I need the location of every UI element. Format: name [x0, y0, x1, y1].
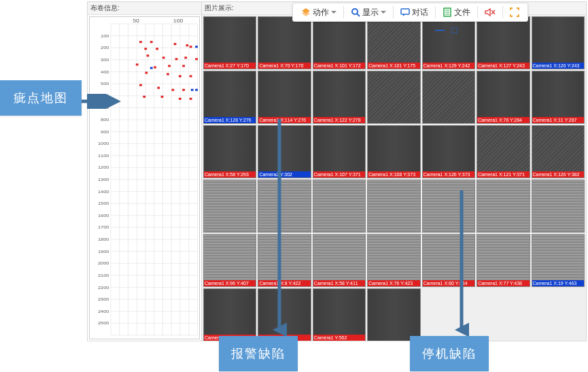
- thumbnail-caption: Camera1 X:27 Y:170: [204, 63, 256, 69]
- display-menu[interactable]: 显示: [347, 5, 390, 20]
- arrow-down-icon: [272, 119, 287, 337]
- defect-point[interactable]: [171, 89, 174, 91]
- thumbnail-texture: [532, 235, 584, 286]
- thumbnail-caption: Camera1 X:11 Y:287: [532, 117, 584, 123]
- defect-thumbnail[interactable]: Camera1 X:114 Y:276: [258, 71, 311, 124]
- defect-point[interactable]: [190, 46, 192, 48]
- defect-map-title: 布卷信息:: [88, 2, 201, 15]
- defect-point[interactable]: [190, 75, 192, 78]
- defect-thumbnail[interactable]: Camera1 Y:502: [313, 288, 366, 341]
- maximize-button[interactable]: □: [451, 24, 457, 35]
- thumbnail-texture: [368, 126, 419, 177]
- defect-thumbnail[interactable]: Camera1 X:76 Y:284: [477, 71, 530, 124]
- action-menu[interactable]: 动作: [297, 5, 341, 20]
- defect-thumbnail[interactable]: Camera1 X:29 Y:484: [203, 288, 256, 341]
- defect-thumbnail[interactable]: Camera1 X:96 Y:407: [203, 234, 256, 287]
- defect-point[interactable]: [162, 56, 165, 58]
- defect-thumbnail[interactable]: Camera1 X:58 Y:411: [313, 234, 366, 287]
- y-tick-label: 1600: [98, 214, 109, 218]
- action-label: 动作: [313, 7, 329, 18]
- defect-thumbnail[interactable]: [422, 71, 475, 124]
- thumbnail-caption: Camera1 X:122 Y:278: [313, 117, 365, 123]
- defect-thumbnail[interactable]: [367, 180, 420, 233]
- defect-map[interactable]: 50100 1002003004005006007008009001000110…: [89, 16, 200, 339]
- defect-thumbnail[interactable]: Camera1 X:101 Y:172: [313, 16, 366, 69]
- defect-thumbnail[interactable]: [532, 180, 585, 233]
- defect-thumbnail[interactable]: [313, 180, 366, 233]
- defect-point[interactable]: [182, 65, 185, 67]
- defect-thumbnail[interactable]: Camera1 X:58 Y:293: [203, 125, 256, 178]
- dialog-menu[interactable]: 对话: [396, 5, 432, 20]
- defect-thumbnail[interactable]: [367, 288, 420, 341]
- defect-point[interactable]: [175, 58, 178, 60]
- file-menu[interactable]: 文件: [438, 5, 474, 20]
- defect-point[interactable]: [191, 89, 194, 91]
- thumbnail-caption: Camera1 X:76 Y:423: [368, 280, 419, 286]
- defect-point[interactable]: [195, 46, 198, 48]
- defect-thumbnail[interactable]: Camera1 X:101 Y:175: [367, 16, 420, 69]
- defect-thumbnail[interactable]: Camera1 X:122 Y:278: [313, 71, 366, 124]
- defect-thumbnail[interactable]: Camera1 X:128 Y:276: [203, 71, 256, 124]
- defect-point[interactable]: [157, 87, 160, 89]
- defect-thumbnail[interactable]: Camera1 X:126 Y:382: [532, 125, 585, 178]
- mute-button[interactable]: [481, 6, 500, 18]
- defect-point[interactable]: [179, 75, 181, 78]
- defect-point[interactable]: [195, 58, 198, 60]
- defect-point[interactable]: [154, 66, 156, 68]
- thumbnail-caption: Camera1 X:128 Y:276: [204, 117, 256, 123]
- defect-point[interactable]: [145, 72, 148, 74]
- thumbnail-caption: Camera1 X:126 Y:382: [532, 171, 584, 177]
- defect-thumbnail[interactable]: Camera1 X:19 Y:463: [532, 234, 585, 287]
- thumbnail-texture: [532, 71, 584, 123]
- defect-point[interactable]: [168, 65, 171, 67]
- defect-point[interactable]: [143, 96, 145, 98]
- defect-thumbnail[interactable]: Camera1 X:107 Y:371: [313, 125, 366, 178]
- defect-point[interactable]: [184, 56, 187, 58]
- defect-point[interactable]: [136, 63, 139, 65]
- defect-point[interactable]: [182, 89, 185, 91]
- defect-thumbnail[interactable]: Camera1 X:126 Y:373: [422, 125, 475, 178]
- fullscreen-button[interactable]: [506, 6, 523, 18]
- defect-thumbnail[interactable]: Camera1 X:127 Y:243: [477, 16, 530, 69]
- svg-marker-39: [302, 11, 310, 16]
- defect-thumbnail[interactable]: Camera1 X:11 Y:287: [532, 71, 585, 124]
- y-tick-label: 400: [101, 69, 109, 73]
- thumbnail-texture: [313, 180, 365, 232]
- defect-point[interactable]: [156, 48, 158, 50]
- defect-thumbnail[interactable]: Camera1 X:126 Y:243: [532, 16, 585, 69]
- defect-point[interactable]: [174, 43, 177, 45]
- defect-point[interactable]: [161, 96, 164, 98]
- file-label: 文件: [454, 7, 470, 18]
- defect-point[interactable]: [150, 67, 153, 69]
- defect-thumbnail[interactable]: [477, 180, 530, 233]
- defect-point[interactable]: [150, 41, 153, 43]
- defect-thumbnail[interactable]: [367, 71, 420, 124]
- thumbnail-texture: [532, 180, 584, 232]
- minimize-button[interactable]: —: [435, 24, 445, 35]
- defect-map-svg: 50100 1002003004005006007008009001000110…: [90, 17, 199, 339]
- defect-point[interactable]: [139, 84, 142, 86]
- svg-rect-42: [401, 9, 409, 14]
- defect-point[interactable]: [167, 73, 169, 75]
- defect-point[interactable]: [190, 98, 192, 100]
- defect-thumbnail[interactable]: Camera1 X:108 Y:373: [367, 125, 420, 178]
- y-tick-label: 900: [101, 129, 109, 133]
- y-tick-label: 200: [101, 46, 109, 50]
- defect-map-panel: 布卷信息: 50100 1002003004005006007008009001…: [88, 2, 202, 341]
- defect-thumbnail[interactable]: Camera1 X:70 Y:170: [258, 16, 311, 69]
- defect-point[interactable]: [186, 44, 188, 46]
- defect-point[interactable]: [144, 48, 147, 50]
- thumbnail-texture: [313, 235, 365, 286]
- defect-thumbnail[interactable]: Camera1 X:121 Y:371: [477, 125, 530, 178]
- defect-thumbnail[interactable]: [203, 180, 256, 233]
- y-tick-label: 1800: [98, 237, 109, 241]
- defect-thumbnail[interactable]: Camera1 X:27 Y:170: [203, 16, 256, 69]
- defect-thumbnail[interactable]: Camera1 X:77 Y:438: [477, 234, 530, 287]
- thumbnail-texture: [477, 180, 529, 232]
- defect-point[interactable]: [179, 98, 181, 100]
- defect-point[interactable]: [195, 89, 198, 91]
- defect-point[interactable]: [139, 41, 142, 43]
- defect-thumbnail[interactable]: Camera1 X:76 Y:423: [367, 234, 420, 287]
- thumbnail-texture: [368, 71, 419, 123]
- defect-point[interactable]: [147, 54, 150, 56]
